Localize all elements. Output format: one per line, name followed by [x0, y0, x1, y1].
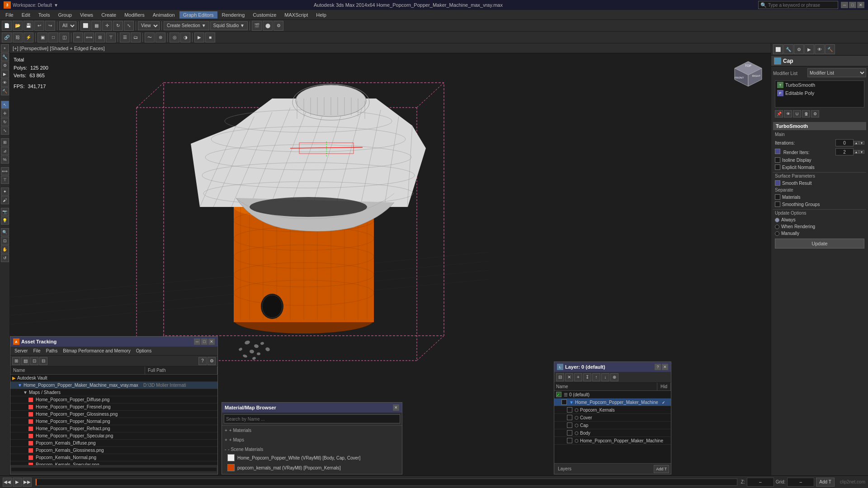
asset-row-maps[interactable]: ▼ Maps / Shaders	[10, 389, 217, 396]
modifier-item-edpoly[interactable]: P Editable Poly	[775, 89, 864, 97]
asset-row-tex8[interactable]: Popcorn_Kernals_Glossiness.png	[10, 447, 217, 454]
material-search-input[interactable]	[224, 414, 400, 423]
modifier-list-dropdown[interactable]: Modifier List	[807, 68, 866, 77]
display-btn[interactable]: 👁	[1, 79, 9, 87]
when-rendering-radio[interactable]	[775, 225, 779, 229]
layers-help-btn[interactable]: ?	[655, 364, 661, 370]
menu-item-animation[interactable]: Animation	[149, 11, 179, 19]
asset-menu-bitmap[interactable]: Bitmap Performance and Memory	[61, 347, 133, 354]
utilities-btn[interactable]: 🔨	[1, 87, 9, 95]
asset-scrollbar[interactable]	[10, 465, 217, 474]
z-field[interactable]: –	[747, 478, 774, 487]
layer-row-4[interactable]: ⬡ Cap	[554, 422, 671, 429]
rp-icon2[interactable]: 🔧	[783, 44, 793, 54]
rotate-tool-btn[interactable]: ↻	[1, 118, 9, 126]
asset-btn2[interactable]: ▤	[21, 357, 29, 365]
render-iters-check[interactable]	[775, 149, 780, 154]
make-unique-btn[interactable]: U	[793, 110, 801, 117]
asset-btn3[interactable]: ⊡	[30, 357, 38, 365]
scale-btn[interactable]: ⤡	[124, 21, 134, 31]
renderiter-up[interactable]: ▲	[854, 150, 859, 154]
minimize-button[interactable]: ─	[841, 2, 848, 8]
layers-btn5[interactable]: ↑	[592, 373, 600, 381]
schematic-btn[interactable]: ⊛	[156, 33, 165, 42]
search-box[interactable]: 🔍	[758, 1, 838, 9]
selection-filter-dropdown[interactable]: All	[59, 21, 76, 30]
asset-row-tex1[interactable]: Home_Popcorn_Popper_Diffuse.png	[10, 396, 217, 404]
asset-row-tex5[interactable]: Home_Popcorn_Popper_Refract.png	[10, 425, 217, 432]
named-sel-tool-btn[interactable]: ✦	[1, 188, 9, 196]
asset-row-tex3[interactable]: Home_Popcorn_Popper_Glossiness.png	[10, 411, 217, 418]
asset-row-tex10[interactable]: Popcorn_Kernals_Specular.png	[10, 461, 217, 465]
stop-btn[interactable]: ■	[205, 33, 215, 42]
always-radio[interactable]	[775, 218, 779, 222]
light-btn[interactable]: 💡	[1, 216, 9, 225]
asset-row-maxfile[interactable]: ▼ Home_Popcorn_Popper_Maker_Machine_max_…	[10, 382, 217, 389]
asset-row-tex9[interactable]: Popcorn_Kernals_Normal.png	[10, 454, 217, 461]
asset-tracking-header[interactable]: A Asset Tracking ─ □ ✕	[10, 337, 217, 347]
layers-btn2[interactable]: ✕	[565, 373, 573, 381]
smoothing-groups-check[interactable]	[775, 202, 780, 207]
nav-cube[interactable]: TOP FRONT RIGHT	[730, 57, 766, 93]
layer-mgr-btn[interactable]: ☰	[120, 33, 130, 42]
modify-tab-btn[interactable]: 🔧	[1, 53, 9, 61]
layer-check-2[interactable]	[567, 407, 572, 413]
update-button[interactable]: Update	[775, 239, 864, 249]
asset-menu-file[interactable]: File	[31, 347, 42, 354]
menu-item-edit[interactable]: Edit	[18, 11, 34, 19]
layers-panel-header[interactable]: L Layer: 0 (default) ? ✕	[554, 362, 671, 372]
material-search[interactable]	[222, 413, 402, 426]
layer-row-6[interactable]: ⬡ Home_Popcorn_Popper_Maker_Machine	[554, 437, 671, 445]
menu-item-graph-editors[interactable]: Graph Editors	[179, 11, 217, 19]
align-btn[interactable]: ⊤	[106, 33, 116, 42]
rp-icon4[interactable]: ▶	[804, 44, 814, 54]
asset-menu-server[interactable]: Server	[12, 347, 30, 354]
asset-minimize-btn[interactable]: ─	[194, 338, 200, 345]
workspace-dropdown[interactable]: ▼	[54, 3, 58, 8]
orbit-btn[interactable]: ↺	[1, 254, 9, 262]
move-tool-btn[interactable]: ✛	[1, 109, 9, 117]
rotate-btn[interactable]: ↻	[113, 21, 123, 31]
pan-btn[interactable]: ✋	[1, 245, 9, 253]
layer-check-5[interactable]	[567, 430, 572, 436]
select-invert-btn[interactable]: ◫	[59, 33, 69, 42]
save-btn[interactable]: 💾	[24, 21, 33, 31]
remove-mod-btn[interactable]: 🗑	[802, 110, 810, 117]
material-explorer-btn[interactable]: ◑	[180, 33, 190, 42]
layer-check-1[interactable]	[561, 399, 567, 405]
render-setup-btn[interactable]: ⚙	[274, 21, 283, 31]
rp-icon6[interactable]: 🔨	[825, 44, 835, 54]
render-iters-input[interactable]	[835, 148, 854, 155]
squid-studio-btn[interactable]: Squid Studio ▼	[210, 21, 248, 30]
object-color-swatch[interactable]	[774, 57, 781, 65]
layer-row-2[interactable]: ⬡ Popcorn_Kernals	[554, 406, 671, 414]
manually-radio[interactable]	[775, 231, 779, 236]
materials-check[interactable]	[775, 194, 780, 200]
asset-close-btn[interactable]: ✕	[208, 338, 215, 345]
add-to-layer-btn[interactable]: Add T	[654, 465, 669, 473]
named-sel-btn[interactable]: ✏	[73, 33, 83, 42]
undo-btn[interactable]: ↩	[34, 21, 44, 31]
asset-settings-btn[interactable]: ⚙	[208, 357, 216, 365]
mat-item-2[interactable]: popcorn_kernals_mat (VRayMtl) [Popcorn_K…	[224, 463, 400, 473]
prev-frame-btn[interactable]: ◀◀	[3, 478, 12, 487]
layer-row-0[interactable]: ✓ ☰ 0 (default)	[554, 391, 671, 399]
rp-icon3[interactable]: ⚙	[794, 44, 804, 54]
layers-btn3[interactable]: +	[574, 373, 582, 381]
material-browser-header[interactable]: Material/Map Browser ✕	[222, 403, 402, 413]
redo-btn[interactable]: ↪	[45, 21, 55, 31]
asset-table-body[interactable]: ▶ Autodesk Vault ▼ Home_Popcorn_Popper_M…	[10, 375, 217, 465]
layer-row-5[interactable]: ⬡ Body	[554, 429, 671, 437]
create-tab-btn[interactable]: +	[1, 44, 9, 52]
rp-icon5[interactable]: 👁	[815, 44, 825, 54]
mat-section-materials-header[interactable]: + + Materials	[224, 427, 400, 434]
menu-item-modifiers[interactable]: Modifiers	[121, 11, 148, 19]
select-none-btn[interactable]: □	[48, 33, 58, 42]
layer-check-6[interactable]	[567, 438, 572, 443]
close-button[interactable]: ✕	[857, 2, 864, 8]
menu-item-customize[interactable]: Customize	[249, 11, 280, 19]
menu-item-group[interactable]: Group	[54, 11, 75, 19]
unlink-btn[interactable]: ⛓	[13, 33, 23, 42]
layers-btn4[interactable]: ↧	[583, 373, 591, 381]
layer-row-3[interactable]: ⬡ Cover	[554, 414, 671, 422]
